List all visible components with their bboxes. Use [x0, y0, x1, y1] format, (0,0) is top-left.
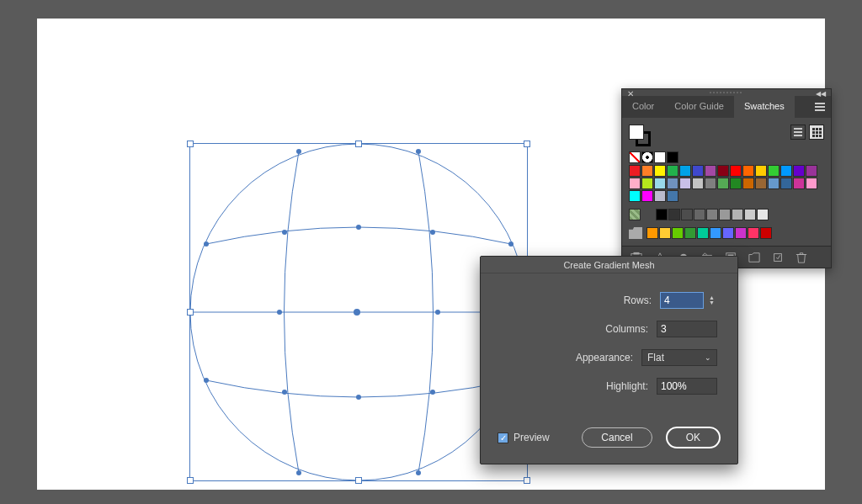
appearance-label: Appearance: [576, 352, 633, 363]
swatch-list-view-icon[interactable] [790, 125, 806, 140]
preview-checkbox[interactable]: ✓ Preview [498, 432, 550, 443]
resize-handle-bl[interactable] [187, 477, 194, 484]
swatch[interactable] [793, 165, 805, 177]
swatch[interactable] [768, 165, 780, 177]
swatch[interactable] [755, 165, 767, 177]
swatch[interactable] [793, 178, 805, 189]
swatch[interactable] [780, 165, 792, 177]
resize-handle-tc[interactable] [355, 141, 362, 147]
swatch[interactable] [806, 178, 817, 189]
swatch[interactable] [654, 165, 666, 177]
swatch[interactable] [629, 178, 641, 189]
resize-handle-tl[interactable] [187, 141, 194, 147]
swatch[interactable] [656, 209, 668, 220]
swatch[interactable] [654, 178, 666, 189]
checkbox-checked-icon: ✓ [498, 432, 508, 443]
swatch[interactable] [668, 209, 680, 220]
svg-rect-27 [774, 253, 782, 261]
swatch[interactable] [654, 190, 666, 202]
swatch[interactable] [719, 209, 731, 220]
swatch[interactable] [684, 227, 696, 239]
swatch[interactable] [755, 178, 767, 189]
swatch-folder-icon[interactable] [629, 227, 642, 239]
swatch[interactable] [672, 227, 684, 239]
new-folder-icon[interactable] [748, 252, 760, 263]
swatch[interactable] [629, 209, 641, 220]
rows-label: Rows: [624, 294, 652, 306]
swatch[interactable] [629, 190, 641, 202]
highlight-label: Highlight: [606, 380, 648, 392]
swatch[interactable] [692, 178, 704, 189]
resize-handle-br[interactable] [524, 477, 530, 484]
appearance-value: Flat [647, 352, 664, 363]
swatch[interactable] [757, 209, 769, 220]
swatch[interactable] [641, 178, 653, 189]
collapse-panel-icon[interactable]: ◀◀ [816, 90, 826, 98]
swatch[interactable] [667, 178, 678, 189]
highlight-input[interactable] [657, 378, 717, 395]
edit-swatch-icon[interactable] [772, 252, 784, 263]
rows-stepper[interactable]: ▲▼ [709, 295, 717, 305]
swatch[interactable] [654, 151, 666, 163]
swatch[interactable] [705, 165, 716, 177]
appearance-select[interactable]: Flat ⌄ [641, 349, 717, 366]
delete-swatch-icon[interactable] [795, 252, 807, 263]
swatch[interactable] [694, 209, 705, 220]
swatch-grid[interactable] [629, 151, 824, 202]
swatch[interactable] [697, 227, 709, 239]
swatch[interactable] [748, 227, 759, 239]
swatch[interactable] [629, 165, 641, 177]
swatch[interactable] [732, 209, 743, 220]
swatch[interactable] [730, 178, 742, 189]
swatch[interactable] [667, 151, 678, 163]
swatch[interactable] [681, 209, 693, 220]
cancel-button[interactable]: Cancel [582, 427, 652, 448]
swatch[interactable] [641, 165, 653, 177]
swatch[interactable] [641, 151, 653, 163]
create-gradient-mesh-dialog[interactable]: Create Gradient Mesh Rows: ▲▼ Columns: A… [480, 256, 738, 464]
swatch[interactable] [667, 165, 678, 177]
swatch[interactable] [667, 190, 678, 202]
tab-color[interactable]: Color [622, 96, 664, 118]
swatch[interactable] [735, 227, 747, 239]
swatch[interactable] [722, 227, 734, 239]
resize-handle-ml[interactable] [187, 309, 194, 316]
tab-swatches[interactable]: Swatches [734, 96, 795, 118]
swatch[interactable] [742, 165, 754, 177]
close-panel-icon[interactable]: ✕ [627, 89, 634, 98]
fill-stroke-indicator[interactable] [629, 125, 651, 146]
swatches-panel[interactable]: ✕ ◀◀ Color Color Guide Swatches [621, 88, 832, 268]
tab-color-guide[interactable]: Color Guide [664, 96, 734, 118]
swatch[interactable] [706, 209, 718, 220]
ok-button[interactable]: OK [666, 427, 721, 448]
preview-label: Preview [513, 432, 550, 443]
swatch[interactable] [659, 227, 671, 239]
swatch[interactable] [646, 227, 658, 239]
swatch-grid-view-icon[interactable] [809, 125, 824, 140]
panel-menu-icon[interactable] [809, 96, 831, 118]
panel-grip[interactable]: ✕ ◀◀ [622, 89, 831, 96]
chevron-down-icon: ⌄ [705, 353, 711, 362]
swatch[interactable] [742, 178, 754, 189]
swatch[interactable] [705, 178, 716, 189]
rows-input[interactable] [660, 292, 704, 309]
swatch[interactable] [744, 209, 756, 220]
swatch[interactable] [768, 178, 780, 189]
swatch[interactable] [710, 227, 721, 239]
swatch[interactable] [780, 178, 792, 189]
resize-handle-tr[interactable] [524, 141, 530, 147]
swatch[interactable] [760, 227, 772, 239]
swatch[interactable] [679, 178, 691, 189]
selection-bounding-box[interactable] [189, 143, 528, 481]
swatch[interactable] [629, 151, 641, 163]
svg-rect-22 [634, 252, 640, 254]
swatch[interactable] [717, 178, 729, 189]
swatch[interactable] [730, 165, 742, 177]
swatch[interactable] [692, 165, 704, 177]
columns-input[interactable] [657, 321, 717, 337]
resize-handle-bc[interactable] [355, 477, 362, 484]
swatch[interactable] [641, 190, 653, 202]
swatch[interactable] [717, 165, 729, 177]
swatch[interactable] [679, 165, 691, 177]
swatch[interactable] [806, 165, 817, 177]
